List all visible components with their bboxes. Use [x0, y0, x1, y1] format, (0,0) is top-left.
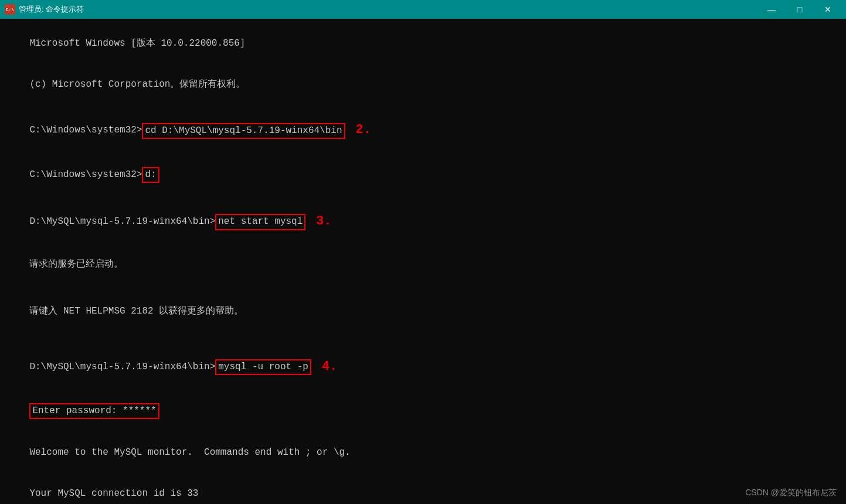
cmd-highlight-4: mysql -u root -p	[215, 359, 311, 375]
terminal-window: Microsoft Windows [版本 10.0.22000.856] (c…	[0, 19, 846, 504]
line-6: 请求的服务已经启动。	[7, 244, 839, 285]
line-3: C:\Windows\system32>cd D:\MySQL\mysql-5.…	[7, 107, 839, 153]
titlebar: C:\ 管理员: 命令提示符 — □ ✕	[0, 0, 846, 19]
titlebar-left: C:\ 管理员: 命令提示符	[5, 4, 84, 15]
line-12: Welcome to the MySQL monitor. Commands e…	[7, 433, 839, 474]
step-label-2: 2.	[356, 121, 371, 139]
cmd-highlight-3: net start mysql	[215, 214, 305, 230]
line-1: Microsoft Windows [版本 10.0.22000.856]	[7, 23, 839, 64]
maximize-button[interactable]: □	[786, 0, 813, 19]
cmd-highlight-2: cd D:\MySQL\mysql-5.7.19-winx64\bin	[142, 123, 345, 139]
watermark: CSDN @爱笑的钮布尼茨	[745, 486, 837, 498]
line-8: 请键入 NET HELPMSG 2182 以获得更多的帮助。	[7, 291, 839, 332]
close-button[interactable]: ✕	[814, 0, 841, 19]
line-5: D:\MySQL\mysql-5.7.19-winx64\bin>net sta…	[7, 199, 839, 244]
step-label-4: 4.	[322, 357, 337, 376]
titlebar-controls: — □ ✕	[758, 0, 841, 19]
minimize-button[interactable]: —	[758, 0, 785, 19]
line-10: D:\MySQL\mysql-5.7.19-winx64\bin>mysql -…	[7, 343, 839, 389]
line-13: Your MySQL connection id is 33	[7, 474, 839, 504]
cmd-icon: C:\	[5, 4, 15, 15]
line-11: Enter password: ******	[7, 390, 839, 433]
line-4: C:\Windows\system32>d:	[7, 153, 839, 196]
line-2: (c) Microsoft Corporation。保留所有权利。	[7, 64, 839, 105]
password-highlight: Enter password: ******	[29, 403, 159, 419]
cmd-highlight-d: d:	[142, 167, 159, 183]
titlebar-title: 管理员: 命令提示符	[19, 4, 84, 15]
step-label-3: 3.	[316, 212, 331, 231]
